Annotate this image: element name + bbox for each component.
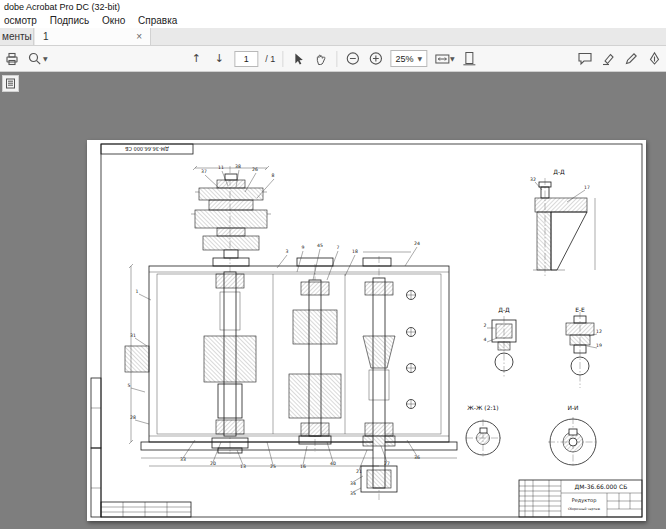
hand-icon [314, 52, 328, 66]
tab-close-icon[interactable]: × [136, 28, 142, 45]
hand-tool-button[interactable] [313, 50, 329, 68]
document-viewport[interactable]: ДМ-36.66.000 СБ [0, 72, 666, 529]
next-page-button[interactable]: ↓ [211, 50, 227, 68]
comment-button[interactable] [577, 50, 593, 68]
tab-documents[interactable]: менты [0, 28, 34, 45]
fit-page-icon [463, 51, 477, 66]
menu-item-view[interactable]: осмотр [4, 14, 37, 28]
section-label: Д-Д [553, 168, 565, 175]
plus-circle-icon [368, 51, 383, 66]
section-label: Ж-Ж (2:1) [467, 404, 498, 411]
svg-text:37: 37 [201, 169, 207, 174]
svg-text:45: 45 [317, 243, 323, 248]
svg-text:16: 16 [300, 464, 306, 469]
svg-text:19: 19 [596, 343, 602, 348]
page-number-input[interactable]: 1 [234, 51, 258, 67]
zoom-out-button[interactable] [344, 50, 360, 68]
page-thumbnails-icon [5, 75, 16, 93]
svg-text:40: 40 [330, 461, 336, 466]
fountain-nib-icon [647, 51, 662, 66]
pen-icon [624, 51, 639, 66]
svg-text:32: 32 [530, 177, 536, 182]
minus-circle-icon [345, 51, 360, 66]
menu-item-help[interactable]: Справка [138, 14, 177, 28]
zoom-level-value: 25% [395, 54, 413, 64]
zoom-level-select[interactable]: 25% ▼ [390, 50, 427, 67]
main-toolbar: ▼ ↑ ↓ 1 / 1 25% [0, 46, 666, 72]
cursor-icon [291, 52, 305, 66]
svg-text:38: 38 [235, 164, 241, 169]
svg-text:31: 31 [130, 333, 136, 338]
page-count-label: / 1 [265, 54, 275, 64]
svg-text:8: 8 [272, 173, 275, 178]
svg-text:9: 9 [302, 245, 305, 250]
chevron-down-icon: ▼ [450, 55, 455, 62]
svg-text:21: 21 [356, 469, 362, 474]
svg-text:17: 17 [584, 185, 590, 190]
search-icon [27, 51, 43, 67]
zoom-in-button[interactable] [367, 50, 383, 68]
svg-text:24: 24 [414, 241, 420, 246]
previous-page-button[interactable]: ↑ [188, 50, 204, 68]
section-label: Д-Д [498, 306, 510, 313]
svg-text:26: 26 [252, 167, 258, 172]
svg-text:28: 28 [130, 415, 136, 420]
svg-text:3: 3 [286, 249, 289, 254]
sign-button[interactable] [646, 50, 662, 68]
sidebar-toggle-button[interactable] [2, 75, 19, 92]
frame-stamp-code: ДМ-36.66.000 СБ [124, 146, 169, 152]
svg-text:35: 35 [350, 491, 356, 496]
fit-page-button[interactable] [462, 50, 478, 68]
svg-text:7: 7 [337, 245, 340, 250]
top-view-gear-cluster [191, 174, 271, 258]
svg-text:33: 33 [180, 457, 186, 462]
title-block: ДМ-36.66.000 СБ Редуктор Сборочный черте… [519, 480, 642, 517]
toolbar-separator [282, 51, 283, 67]
tab-document[interactable]: × 1 Переделанный2... [35, 28, 151, 45]
titleblock-code: ДМ-36.66.000 СБ [575, 483, 628, 490]
speech-bubble-icon [577, 51, 593, 66]
main-section-view [125, 258, 457, 492]
highlighter-icon [601, 51, 616, 66]
section-label: Е-Е [575, 306, 585, 313]
fit-width-icon [434, 52, 450, 66]
fit-width-button[interactable]: ▼ [434, 50, 455, 68]
titleblock-subtitle: Сборочный чертеж [568, 507, 600, 511]
titleblock-name: Редуктор [572, 497, 597, 504]
svg-text:5: 5 [128, 383, 131, 388]
chevron-down-icon: ▼ [417, 55, 422, 62]
svg-text:13: 13 [240, 464, 246, 469]
svg-text:36: 36 [414, 455, 420, 460]
select-tool-button[interactable] [290, 50, 306, 68]
highlight-button[interactable] [600, 50, 616, 68]
pdf-page[interactable]: ДМ-36.66.000 СБ [87, 140, 646, 521]
search-button[interactable]: ▼ [27, 50, 48, 68]
print-button[interactable] [4, 50, 20, 68]
svg-text:18: 18 [352, 249, 358, 254]
printer-icon [4, 51, 20, 67]
tab-bar: менты × 1 Переделанный2... [0, 28, 666, 46]
svg-text:27: 27 [384, 461, 390, 466]
pen-button[interactable] [623, 50, 639, 68]
pdf-drawing: ДМ-36.66.000 СБ [87, 140, 646, 521]
svg-text:12: 12 [596, 329, 602, 334]
toolbar-separator [336, 51, 337, 67]
chevron-down-icon: ▼ [43, 55, 48, 62]
window-title: dobe Acrobat Pro DC (32-bit) [4, 2, 120, 12]
svg-text:2: 2 [484, 323, 487, 328]
section-label: И-И [567, 404, 578, 411]
svg-text:1: 1 [136, 289, 139, 294]
menu-item-window[interactable]: Окно [102, 14, 125, 28]
section-dd-top: Д-Д [533, 168, 587, 270]
menu-item-sign[interactable]: Подпись [50, 14, 90, 28]
svg-text:25: 25 [270, 464, 276, 469]
svg-text:11: 11 [218, 165, 224, 170]
menu-bar: осмотр Подпись Окно Справка [0, 14, 666, 28]
svg-text:20: 20 [210, 461, 216, 466]
svg-text:34: 34 [350, 481, 356, 486]
svg-text:4: 4 [484, 337, 487, 342]
window-titlebar: dobe Acrobat Pro DC (32-bit) [0, 0, 666, 14]
